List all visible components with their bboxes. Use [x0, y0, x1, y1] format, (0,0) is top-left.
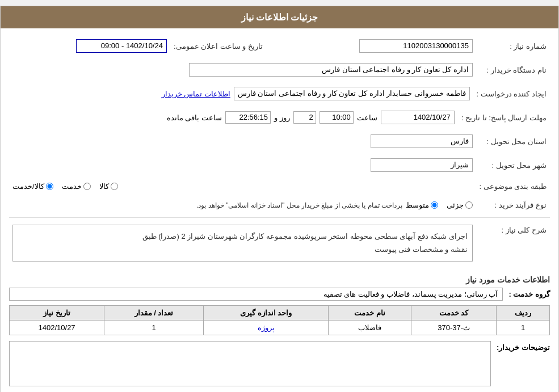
- province-value: فارس: [371, 134, 473, 148]
- deadline-timer: 22:56:15: [225, 111, 271, 124]
- cell-service-code: ث-37-370: [411, 320, 497, 335]
- need-number-label: شماره نیاز :: [476, 37, 550, 55]
- payment-notice: پرداخت تمام یا بخشی از مبلغ خریدار محل "…: [196, 201, 402, 209]
- comments-label: توضیحات خریدار:: [497, 343, 550, 352]
- col-header-date: تاریخ نیاز: [10, 305, 104, 320]
- process-label-small: جزئی: [447, 201, 464, 209]
- col-header-quantity: تعداد / مقدار: [104, 305, 204, 320]
- province-label: استان محل تحویل :: [476, 132, 550, 150]
- category-option-services[interactable]: خدمت: [62, 182, 91, 191]
- process-option-medium[interactable]: متوسط: [406, 201, 438, 209]
- cell-row-num: 1: [497, 320, 550, 335]
- need-desc-text-2: نقشه و مشخصات فنی پیوست: [18, 243, 468, 256]
- col-header-service-name: نام خدمت: [329, 305, 411, 320]
- service-group-value: آب رسانی؛ مدیریت پسماند، فاضلاب و فعالیت…: [9, 288, 503, 301]
- cell-date: 1402/10/27: [10, 320, 104, 335]
- remaining-time-label: ساعت باقی مانده: [167, 113, 222, 122]
- services-table: ردیف کد خدمت نام خدمت واحد اندازه گیری ت…: [9, 305, 550, 335]
- category-label-goods: کالا: [99, 182, 109, 191]
- announcement-value: 1402/10/24 - 09:00: [76, 39, 167, 53]
- process-option-small[interactable]: جزئی: [447, 201, 473, 209]
- category-radio-services[interactable]: [83, 183, 91, 190]
- services-section-title: اطلاعات خدمات مورد نیاز: [9, 275, 550, 284]
- process-label-medium: متوسط: [406, 201, 429, 209]
- category-label: طبقه بندی موضوعی :: [476, 180, 550, 193]
- buyer-org-value: اداره کل تعاون کار و رفاه اجتماعی استان …: [189, 63, 473, 77]
- cell-quantity: 1: [104, 320, 204, 335]
- city-value: شیراز: [371, 158, 473, 172]
- category-radio-group: کالا/خدمت خدمت کالا: [12, 182, 473, 191]
- cell-service-name: فاضلاب: [329, 320, 411, 335]
- category-radio-goods-services[interactable]: [46, 183, 53, 190]
- service-group-row: گروه خدمت : آب رسانی؛ مدیریت پسماند، فاض…: [9, 288, 550, 301]
- contact-link[interactable]: اطلاعات تماس خریدار: [162, 90, 230, 98]
- deadline-days: 2: [293, 111, 316, 124]
- need-number-value: 1102003130000135: [359, 39, 473, 53]
- table-row: 1ث-37-370فاضلابپروژه11402/10/27: [10, 320, 550, 335]
- deadline-time: 10:00: [320, 111, 354, 124]
- category-option-goods-services[interactable]: کالا/خدمت: [12, 182, 53, 191]
- col-header-unit: واحد اندازه گیری: [203, 305, 328, 320]
- city-label: شهر محل تحویل :: [476, 156, 550, 174]
- need-desc-label: شرح کلی نیاز :: [476, 222, 550, 269]
- deadline-date: 1402/10/27: [381, 111, 455, 124]
- need-desc-text-1: اجرای شبکه دفع آبهای سطحی محوطه استخر سر…: [18, 230, 468, 243]
- requester-value: فاطمه خسروانی حسابدار اداره کل تعاون کار…: [234, 87, 470, 100]
- col-header-row-num: ردیف: [497, 305, 550, 320]
- comments-section: توضیحات خریدار:: [9, 341, 550, 388]
- category-label-goods-services: کالا/خدمت: [12, 182, 44, 191]
- cell-unit[interactable]: پروژه: [203, 320, 328, 335]
- time-label: ساعت: [357, 113, 377, 122]
- process-radio-group: متوسط جزئی: [406, 201, 473, 209]
- process-radio-small[interactable]: [465, 201, 473, 209]
- page-title: جزئیات اطلاعات نیاز: [1, 6, 558, 28]
- days-label: روز و: [274, 113, 290, 122]
- col-header-service-code: کد خدمت: [411, 305, 497, 320]
- process-type-label: نوع فرآیند خرید :: [476, 199, 550, 212]
- deadline-label: مهلت ارسال پاسخ: تا تاریخ :: [458, 108, 550, 127]
- need-desc-box: اجرای شبکه دفع آبهای سطحی محوطه استخر سر…: [12, 225, 473, 262]
- requester-label: ایجاد کننده درخواست :: [473, 85, 550, 103]
- announcement-label: تاریخ و ساعت اعلان عمومی:: [170, 37, 266, 55]
- comments-textarea[interactable]: [9, 341, 491, 386]
- buyer-org-label: نام دستگاه خریدار :: [476, 61, 550, 79]
- category-radio-goods[interactable]: [111, 183, 118, 190]
- category-option-goods[interactable]: کالا: [99, 182, 118, 191]
- category-label-services: خدمت: [62, 182, 82, 191]
- process-radio-medium[interactable]: [431, 201, 438, 209]
- service-group-label: گروه خدمت :: [508, 290, 550, 298]
